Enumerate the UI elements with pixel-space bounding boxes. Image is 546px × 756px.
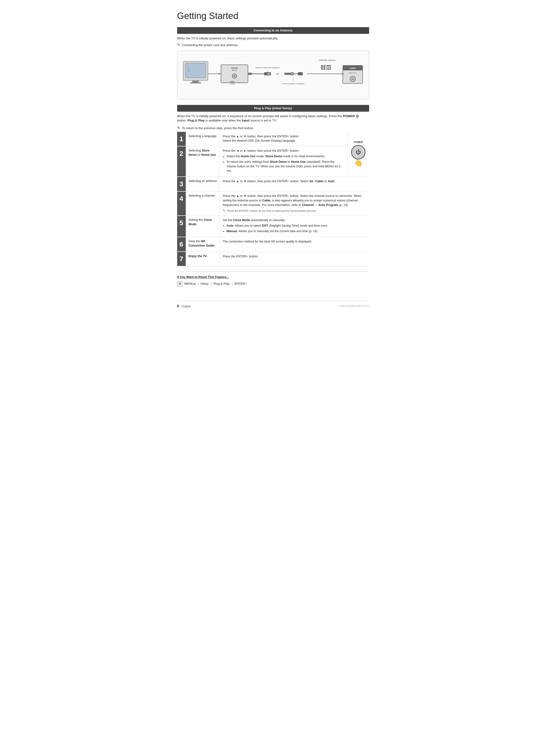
step-4-num: 4 <box>177 191 186 216</box>
page-number: 8 <box>177 304 179 308</box>
step-5-row: 5 Setting the Clock Mode Set the Clock M… <box>177 216 369 237</box>
reset-title: If You Want to Reset This Feature... <box>177 275 369 279</box>
svg-text:Cable: Cable <box>349 67 356 69</box>
page-language: English <box>180 305 191 308</box>
step-7-row: 7 Enjoy the TV. Press the ENTER↵ button. <box>177 252 369 266</box>
step-1-label: Selecting a language <box>186 132 219 146</box>
svg-text:VIDEO: VIDEO <box>230 83 235 85</box>
svg-text:ANT IN: ANT IN <box>232 69 237 71</box>
step-7-num: 7 <box>177 252 186 266</box>
antenna-diagram-box: CH/UHF ANT IN VIDEO or Antenna Cable (N <box>177 51 369 99</box>
svg-marker-7 <box>219 73 221 75</box>
pencil-icon2: ✎ <box>177 126 180 130</box>
pencil-icon: ✎ <box>177 43 180 47</box>
svg-point-5 <box>188 70 189 72</box>
step-2-desc: Press the ◄ or ► button, then press the … <box>219 146 347 177</box>
step-1-desc: Press the ▲ or ▼ button, then press the … <box>219 132 347 146</box>
step-6-desc: The connection method for the best HD sc… <box>219 237 369 252</box>
step-1-num: 1 <box>177 132 186 146</box>
step-6-num: 6 <box>177 237 186 252</box>
svg-text:or: or <box>276 72 279 76</box>
section-plug-play: Plug & Play (Initial Setup) When the TV … <box>177 105 369 286</box>
pencil-icon3: ✎ <box>223 209 225 212</box>
plug-intro1: When the TV is initially powered on, a s… <box>177 114 369 123</box>
step-6-label: View the HD Connection Guide <box>186 237 219 252</box>
svg-text:VHF/UHF Antenna: VHF/UHF Antenna <box>318 59 335 61</box>
antenna-intro: When the TV is initially powered on, bas… <box>177 36 369 41</box>
section-antenna: Connecting to an Antenna When the TV is … <box>177 27 369 99</box>
step-7-label: Enjoy the TV. <box>186 252 219 266</box>
svg-text:Antenna Adapter (Supplied): Antenna Adapter (Supplied) <box>282 83 304 85</box>
page-number-area: 8 English <box>177 303 191 308</box>
step-4-desc: Press the ▲ or ▼ button, then press the … <box>219 191 369 216</box>
svg-rect-3 <box>190 82 201 84</box>
svg-rect-16 <box>248 73 252 75</box>
step-5-label: Setting the Clock Mode <box>186 216 219 237</box>
svg-point-35 <box>351 78 353 80</box>
step-3-desc: Press the ▲ or ▼ button, then press the … <box>219 177 369 191</box>
menu-icon-box: ⊞ <box>177 281 183 286</box>
watermark-text: www.userMANUALS.tech <box>339 304 369 308</box>
step-4-note: ✎ Press the ENTER↵ button at any time to… <box>223 208 367 213</box>
power-symbol-icon: ⏻ <box>356 150 361 155</box>
reset-cmd-text: MENU⊞ → Setup → Plug & Play → ENTER↵ <box>185 282 247 286</box>
section-plug-header: Plug & Play (Initial Setup) <box>177 105 369 112</box>
step-4-label: Selecting a channel <box>186 191 219 216</box>
svg-rect-21 <box>284 73 291 75</box>
step-1-row: 1 Selecting a language Press the ▲ or ▼ … <box>177 132 369 146</box>
page-title: Getting Started <box>177 10 369 22</box>
antenna-diagram-svg: CH/UHF ANT IN VIDEO or Antenna Cable (N <box>181 56 365 94</box>
steps-table: 1 Selecting a language Press the ▲ or ▼ … <box>177 132 369 267</box>
step-7-desc: Press the ENTER↵ button. <box>219 252 369 266</box>
svg-text:ANT OUT: ANT OUT <box>349 72 357 74</box>
page-footer: 8 English www.userMANUALS.tech <box>177 301 369 308</box>
step-5-num: 5 <box>177 216 186 237</box>
plug-note1: ✎ To return to the previous step, press … <box>177 125 369 130</box>
section-antenna-header: Connecting to an Antenna <box>177 27 369 34</box>
step-2-num: 2 <box>177 146 186 177</box>
svg-point-22 <box>290 72 294 75</box>
power-button-illus: POWER ⏻ 👆 <box>347 132 369 177</box>
antenna-note: ✎ Connecting the power cord and antenna. <box>177 42 369 47</box>
reset-section: If You Want to Reset This Feature... ⊞ M… <box>177 271 369 286</box>
step-3-row: 3 Selecting an antenna Press the ▲ or ▼ … <box>177 177 369 191</box>
step-3-label: Selecting an antenna <box>186 177 219 191</box>
svg-text:𝌤𝌞: 𝌤𝌞 <box>320 63 331 71</box>
step-4-row: 4 Selecting a channel Press the ▲ or ▼ b… <box>177 191 369 216</box>
power-circle: ⏻ <box>351 145 365 159</box>
svg-text:Antenna Cable (Not Supplied): Antenna Cable (Not Supplied) <box>256 67 279 69</box>
svg-point-4 <box>188 68 189 69</box>
step-5-desc: Set the Clock Mode automatically or manu… <box>219 216 369 237</box>
svg-point-12 <box>234 75 235 77</box>
step-2-row: 2 Selecting Store Demo or Home Use Press… <box>177 146 369 177</box>
step-2-label: Selecting Store Demo or Home Use <box>186 146 219 177</box>
svg-point-18 <box>267 72 270 75</box>
svg-text:CH/UHF: CH/UHF <box>231 67 238 69</box>
step-3-num: 3 <box>177 177 186 191</box>
step-6-row: 6 View the HD Connection Guide The conne… <box>177 237 369 252</box>
reset-command: ⊞ MENU⊞ → Setup → Plug & Play → ENTER↵ <box>177 281 369 286</box>
svg-rect-23 <box>298 72 303 75</box>
